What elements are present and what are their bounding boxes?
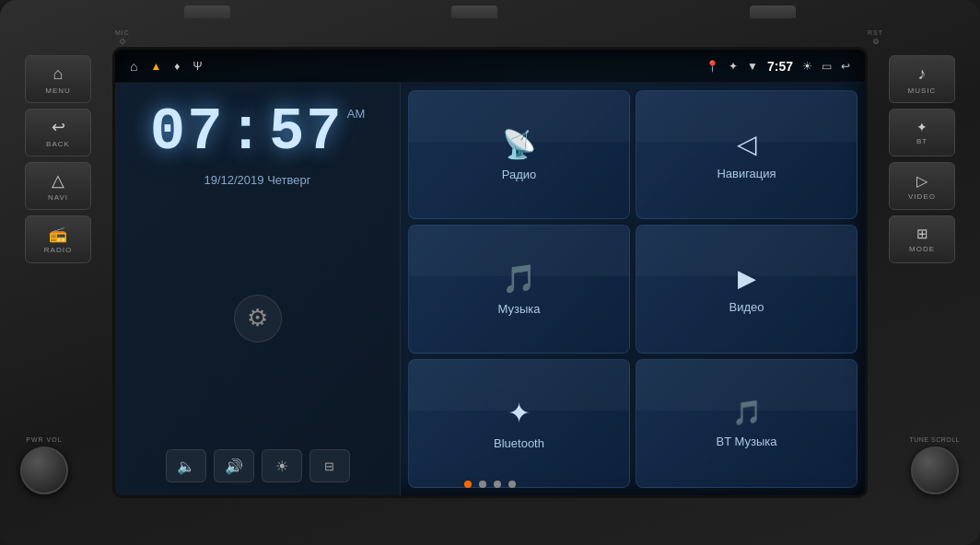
status-right-icons: 📍 ✦ ▼ 7:57 ☀ ▭ ↩	[706, 59, 850, 74]
clock-panel: 07 : 57 AM 19/12/2019 Четверг ⚙ 🔈 🔊	[115, 83, 401, 495]
app-tile-bt-music[interactable]: 🎵 BT Музыка	[636, 359, 858, 488]
page-dot-3[interactable]	[494, 481, 501, 488]
status-left-icons: ⌂ ▲ ♦ Ψ	[130, 59, 203, 74]
pwr-vol-label: PWR VOL	[26, 436, 62, 443]
bt-music-tile-label: BT Музыка	[717, 435, 777, 448]
back-icon: ↩	[52, 117, 65, 137]
navigation-tile-label: Навигация	[717, 167, 776, 180]
app-tile-music[interactable]: 🎵 Музыка	[408, 225, 630, 354]
warning-status-icon: ▲	[150, 60, 161, 73]
video-side-label: VIDEO	[908, 192, 936, 201]
menu-label: MENU	[45, 87, 71, 95]
usb-status-icon: Ψ	[192, 60, 202, 73]
bluetooth-tile-icon: ✦	[508, 397, 531, 429]
clock-ampm: AM	[347, 107, 366, 121]
back-status-icon: ↩	[841, 60, 850, 73]
volume-down-icon: 🔈	[177, 458, 195, 475]
main-screen: ⌂ ▲ ♦ Ψ 📍 ✦ ▼ 7:57 ☀ ▭ ↩	[112, 47, 868, 498]
rst-label: RST	[868, 29, 883, 36]
clock-minutes: 57	[269, 99, 344, 166]
app-row-1: 📡 Радио ◁ Навигация	[408, 90, 858, 219]
bt-side-icon: ✦	[916, 120, 928, 134]
clock-time-row: 07 : 57 AM	[150, 99, 366, 166]
clock-display: 07 : 57 AM 19/12/2019 Четверг	[150, 99, 366, 187]
music-tile-icon: 🎵	[502, 262, 536, 295]
wifi-status-icon: ▼	[747, 60, 758, 73]
mode-icon: ⊞	[916, 226, 928, 242]
sidebar-item-menu[interactable]: ⌂ MENU	[25, 55, 91, 103]
bluetooth-status-icon: ✦	[729, 60, 738, 73]
mode-label: MODE	[909, 245, 935, 253]
tune-scroll-label: TUNE SCROLL	[909, 436, 960, 443]
radio-label: RADIO	[44, 246, 72, 254]
sidebar-item-navi[interactable]: △ NAVI	[25, 162, 91, 210]
location-status-icon: ♦	[174, 60, 180, 73]
volume-up-button[interactable]: 🔊	[214, 449, 254, 482]
app-row-3: ✦ Bluetooth 🎵 BT Музыка	[408, 359, 858, 488]
rst-dot	[873, 39, 879, 44]
volume-up-icon: 🔊	[225, 458, 243, 475]
clock-controls: 🔈 🔊 ☀ ⊟	[166, 449, 350, 482]
back-label: BACK	[46, 140, 70, 148]
sidebar-item-mode[interactable]: ⊞ MODE	[889, 215, 955, 263]
navi-icon: △	[52, 170, 64, 191]
knob-area-left: PWR VOL	[20, 436, 68, 494]
mount-tab-center	[451, 6, 497, 18]
brightness-ctrl-icon: ☀	[275, 458, 288, 475]
app-tile-radio[interactable]: 📡 Радио	[408, 90, 630, 219]
sidebar-item-radio[interactable]: 📻 RADIO	[25, 215, 91, 263]
video-side-icon: ▷	[916, 172, 928, 190]
navi-label: NAVI	[48, 193, 68, 202]
status-time-value: 7:57	[767, 59, 793, 74]
navigation-tile-icon: ◁	[737, 129, 757, 159]
clock-hours: 07	[150, 99, 225, 166]
knob-area-right: TUNE SCROLL	[909, 436, 960, 494]
tune-scroll-knob[interactable]	[911, 446, 959, 494]
volume-down-button[interactable]: 🔈	[166, 449, 206, 482]
home-status-icon: ⌂	[130, 59, 137, 74]
app-row-2: 🎵 Музыка ▶ Видео	[408, 225, 858, 354]
volume-knob[interactable]	[20, 446, 68, 494]
brightness-button[interactable]: ☀	[262, 449, 302, 482]
gear-icon: ⚙	[247, 304, 268, 332]
pagination	[464, 481, 516, 488]
sidebar-item-back[interactable]: ↩ BACK	[25, 109, 91, 157]
bluetooth-tile-label: Bluetooth	[494, 436, 544, 450]
side-panel-right: ♪ MUSIC ✦ BT ▷ VIDEO ⊞ MODE	[881, 55, 963, 263]
clock-colon: :	[228, 99, 265, 166]
equalizer-icon: ⊟	[324, 459, 334, 473]
clock-date: 19/12/2019 Четверг	[204, 173, 310, 187]
mic-dot	[120, 39, 125, 44]
bt-music-tile-icon: 🎵	[732, 399, 762, 427]
page-dot-1[interactable]	[464, 481, 472, 488]
brightness-icon: ☀	[802, 60, 812, 73]
music-tile-label: Музыка	[498, 302, 541, 316]
bt-side-label: BT	[916, 137, 928, 145]
sidebar-item-video[interactable]: ▷ VIDEO	[889, 162, 955, 210]
radio-icon: 📻	[49, 226, 67, 243]
home-icon: ⌂	[53, 64, 64, 84]
radio-tile-icon: 📡	[502, 128, 536, 160]
battery-icon: ▭	[822, 60, 832, 73]
video-tile-label: Видео	[729, 300, 764, 314]
app-grid-panel: 📡 Радио ◁ Навигация 🎵 Музыка ▶	[401, 83, 865, 495]
status-bar: ⌂ ▲ ♦ Ψ 📍 ✦ ▼ 7:57 ☀ ▭ ↩	[115, 50, 865, 83]
status-time: 7:57	[767, 59, 793, 74]
side-panel-left: ⌂ MENU ↩ BACK △ NAVI 📻 RADIO	[17, 55, 99, 263]
radio-tile-label: Радио	[502, 168, 537, 181]
app-tile-video[interactable]: ▶ Видео	[636, 225, 858, 354]
settings-button[interactable]: ⚙	[234, 295, 282, 342]
page-dot-2[interactable]	[479, 481, 486, 488]
pin-icon: 📍	[706, 60, 719, 73]
app-tile-navigation[interactable]: ◁ Навигация	[636, 90, 858, 219]
music-icon: ♪	[918, 64, 927, 84]
page-dot-4[interactable]	[508, 481, 516, 488]
mic-label: MIC	[115, 29, 130, 36]
app-tile-bluetooth[interactable]: ✦ Bluetooth	[408, 359, 630, 488]
mount-tab-left	[184, 6, 230, 18]
sidebar-item-bt[interactable]: ✦ BT	[889, 109, 955, 157]
equalizer-button[interactable]: ⊟	[309, 449, 350, 482]
sidebar-item-music[interactable]: ♪ MUSIC	[889, 55, 955, 103]
video-tile-icon: ▶	[738, 264, 756, 293]
radio-unit: MIC RST ⌂ MENU ↩ BACK △ NAVI 📻 RADIO PWR…	[0, 0, 980, 545]
